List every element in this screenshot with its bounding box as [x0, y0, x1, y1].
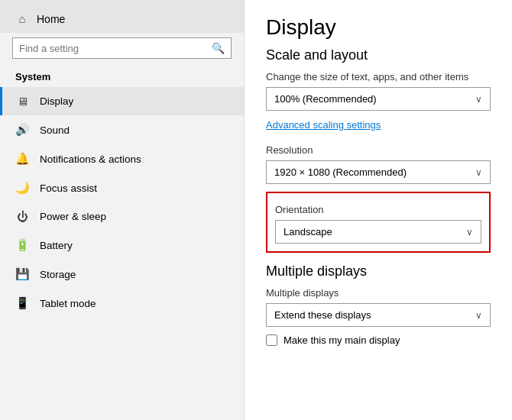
sidebar-item-label: Notifications & actions — [40, 153, 141, 165]
sidebar-item-label: Display — [40, 95, 73, 107]
page-title: Display — [266, 15, 491, 40]
main-display-row[interactable]: Make this my main display — [266, 334, 491, 346]
sidebar-item-label: Sound — [40, 124, 70, 136]
sidebar-item-label: Battery — [40, 240, 73, 251]
sound-icon: 🔊 — [15, 123, 29, 137]
multiple-displays-section: Multiple displays Multiple displays Exte… — [266, 263, 491, 346]
scale-section-title: Scale and layout — [266, 47, 491, 63]
sidebar-item-label: Focus assist — [40, 183, 97, 194]
notifications-icon: 🔔 — [15, 152, 29, 166]
sidebar: ⌂ Home 🔍 System 🖥 Display 🔊 Sound 🔔 Noti… — [0, 0, 245, 420]
sidebar-item-battery[interactable]: 🔋 Battery — [0, 231, 244, 260]
sidebar-item-label: Tablet mode — [40, 298, 96, 309]
sidebar-item-tablet-mode[interactable]: 📱 Tablet mode — [0, 289, 244, 318]
sidebar-home-label: Home — [37, 13, 65, 25]
search-input[interactable] — [19, 43, 212, 54]
scale-dropdown[interactable]: 100% (Recommended) ∨ — [266, 87, 491, 111]
sidebar-item-focus-assist[interactable]: 🌙 Focus assist — [0, 173, 244, 202]
multiple-displays-section-title: Multiple displays — [266, 263, 491, 279]
sidebar-section-label: System — [0, 66, 244, 87]
advanced-scaling-link[interactable]: Advanced scaling settings — [266, 119, 381, 131]
main-display-checkbox[interactable] — [266, 334, 277, 346]
scale-dropdown-value: 100% (Recommended) — [274, 93, 377, 105]
sidebar-item-label: Storage — [40, 269, 76, 280]
multiple-displays-dropdown-value: Extend these displays — [274, 309, 371, 321]
power-sleep-icon: ⏻ — [15, 210, 29, 223]
sidebar-home[interactable]: ⌂ Home — [0, 0, 244, 33]
battery-icon: 🔋 — [15, 238, 29, 252]
orientation-dropdown[interactable]: Landscape ∨ — [275, 220, 481, 244]
home-icon: ⌂ — [15, 12, 29, 25]
orientation-box: Orientation Landscape ∨ — [266, 192, 491, 253]
multiple-displays-dropdown[interactable]: Extend these displays ∨ — [266, 303, 491, 327]
scale-dropdown-chevron: ∨ — [475, 94, 482, 105]
multiple-displays-label: Multiple displays — [266, 287, 491, 299]
resolution-label: Resolution — [266, 144, 491, 156]
storage-icon: 💾 — [15, 267, 29, 281]
main-content: Display Scale and layout Change the size… — [245, 0, 512, 420]
sidebar-item-power-sleep[interactable]: ⏻ Power & sleep — [0, 202, 244, 231]
orientation-label: Orientation — [275, 204, 481, 215]
main-display-checkbox-label: Make this my main display — [284, 334, 400, 346]
orientation-dropdown-chevron: ∨ — [466, 227, 473, 237]
resolution-dropdown[interactable]: 1920 × 1080 (Recommended) ∨ — [266, 160, 491, 184]
resolution-dropdown-chevron: ∨ — [475, 167, 482, 178]
search-icon: 🔍 — [212, 42, 225, 54]
sidebar-item-sound[interactable]: 🔊 Sound — [0, 115, 244, 144]
resolution-dropdown-value: 1920 × 1080 (Recommended) — [274, 166, 407, 178]
sidebar-item-notifications[interactable]: 🔔 Notifications & actions — [0, 144, 244, 173]
multiple-displays-dropdown-chevron: ∨ — [475, 310, 482, 321]
scale-label: Change the size of text, apps, and other… — [266, 71, 491, 82]
orientation-dropdown-value: Landscape — [284, 226, 332, 237]
sidebar-item-storage[interactable]: 💾 Storage — [0, 260, 244, 289]
tablet-mode-icon: 📱 — [15, 296, 29, 310]
sidebar-search-box[interactable]: 🔍 — [12, 37, 232, 59]
focus-assist-icon: 🌙 — [15, 181, 29, 195]
sidebar-item-display[interactable]: 🖥 Display — [0, 87, 244, 115]
display-icon: 🖥 — [15, 95, 29, 108]
sidebar-item-label: Power & sleep — [40, 211, 106, 222]
